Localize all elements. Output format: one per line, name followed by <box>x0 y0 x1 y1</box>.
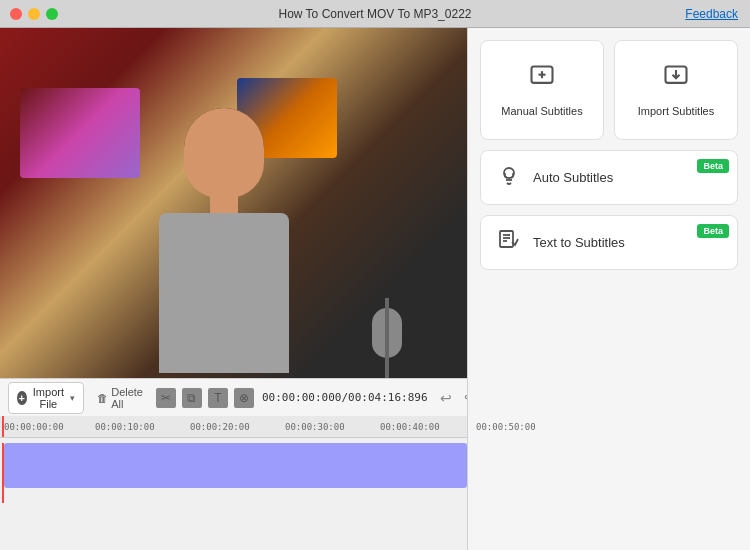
title-bar: How To Convert MOV To MP3_0222 Feedback <box>0 0 750 28</box>
subtitle-cards-row: Manual Subtitles Import Subtitles <box>480 40 738 140</box>
video-player[interactable] <box>0 28 467 378</box>
close-button[interactable] <box>10 8 22 20</box>
manual-subtitles-card[interactable]: Manual Subtitles <box>480 40 604 140</box>
timeline-ruler: 00:00:00:00 00:00:10:00 00:00:20:00 00:0… <box>0 416 467 438</box>
scissors-icon[interactable]: ✂ <box>156 388 176 408</box>
chevron-down-icon: ▾ <box>70 393 75 403</box>
auto-subtitles-option[interactable]: Auto Subtitles Beta <box>480 150 738 205</box>
person-head <box>184 108 264 198</box>
right-panel: Manual Subtitles Import Subtitles <box>467 28 750 550</box>
toolbar: + Import File ▾ 🗑 Delete All ✂ ⧉ T ⊗ 00:… <box>0 378 467 416</box>
auto-subtitles-label: Auto Subtitles <box>533 170 613 185</box>
tick-4: 00:00:40:00 <box>380 422 440 432</box>
text-to-subtitles-option[interactable]: Text to Subtitles Beta <box>480 215 738 270</box>
undo-button[interactable]: ↩ <box>436 388 456 408</box>
auto-subtitles-beta-badge: Beta <box>697 159 729 173</box>
auto-subtitles-icon <box>495 163 523 192</box>
import-file-label: Import File <box>31 386 67 410</box>
video-track[interactable] <box>4 443 467 488</box>
toolbar-icons: ✂ ⧉ T ⊗ <box>156 388 254 408</box>
manual-subtitles-icon <box>528 63 556 97</box>
tick-1: 00:00:10:00 <box>95 422 155 432</box>
minimize-button[interactable] <box>28 8 40 20</box>
feedback-link[interactable]: Feedback <box>685 7 738 21</box>
window-title: How To Convert MOV To MP3_0222 <box>279 7 472 21</box>
mic-stand <box>385 298 389 378</box>
playhead-cursor <box>2 416 4 437</box>
microphone-area <box>347 178 427 378</box>
timeline-area[interactable]: 00:00:00:00 00:00:10:00 00:00:20:00 00:0… <box>0 416 467 550</box>
left-panel: + Import File ▾ 🗑 Delete All ✂ ⧉ T ⊗ 00:… <box>0 28 467 550</box>
main-content: + Import File ▾ 🗑 Delete All ✂ ⧉ T ⊗ 00:… <box>0 28 750 550</box>
text-to-subtitles-icon <box>495 228 523 257</box>
tick-5: 00:00:50:00 <box>476 422 536 432</box>
text-to-subtitles-beta-badge: Beta <box>697 224 729 238</box>
person-figure <box>124 98 324 378</box>
tick-2: 00:00:20:00 <box>190 422 250 432</box>
import-subtitles-card[interactable]: Import Subtitles <box>614 40 738 140</box>
window-controls <box>10 8 58 20</box>
track-cursor <box>2 443 4 503</box>
text-to-subtitles-label: Text to Subtitles <box>533 235 625 250</box>
import-subtitles-label: Import Subtitles <box>638 105 714 117</box>
svg-rect-7 <box>500 231 513 247</box>
sticker-icon[interactable]: T <box>208 388 228 408</box>
delete-all-button[interactable]: 🗑 Delete All <box>92 383 148 413</box>
maximize-button[interactable] <box>46 8 58 20</box>
bg-monitor-left <box>20 88 140 178</box>
trash-icon: 🗑 <box>97 392 108 404</box>
manual-subtitles-label: Manual Subtitles <box>501 105 582 117</box>
copy-icon[interactable]: ⧉ <box>182 388 202 408</box>
person-body <box>159 213 289 373</box>
time-display: 00:00:00:000/00:04:16:896 <box>262 391 428 404</box>
plus-icon: + <box>17 391 27 405</box>
import-file-button[interactable]: + Import File ▾ <box>8 382 84 414</box>
import-subtitles-icon <box>662 63 690 97</box>
timeline-tracks <box>0 443 467 503</box>
video-background <box>0 28 467 378</box>
tick-3: 00:00:30:00 <box>285 422 345 432</box>
tick-0: 00:00:00:00 <box>4 422 64 432</box>
delete-label: Delete All <box>111 386 143 410</box>
delete-icon[interactable]: ⊗ <box>234 388 254 408</box>
